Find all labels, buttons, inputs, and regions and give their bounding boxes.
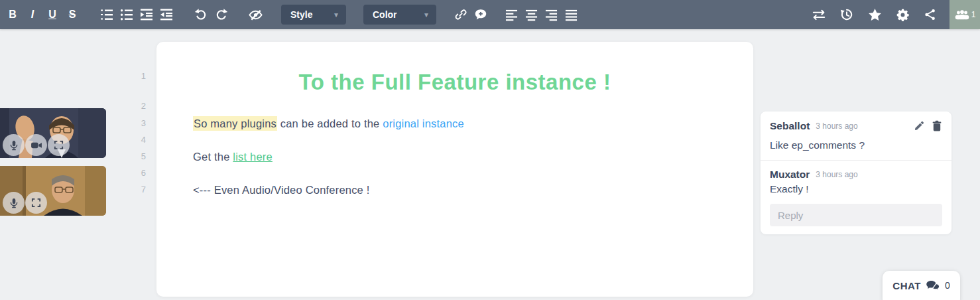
import-export-button[interactable]	[810, 5, 827, 24]
color-dropdown[interactable]: Color ▼	[363, 5, 436, 25]
style-dropdown[interactable]: Style ▼	[281, 5, 346, 25]
chevron-down-icon: ▼	[333, 11, 339, 19]
outdent-icon	[160, 8, 173, 21]
camera-button[interactable]	[25, 134, 47, 156]
strikethrough-button[interactable]: S	[64, 5, 81, 24]
users-online-button[interactable]: 1	[949, 0, 980, 29]
trash-icon	[932, 120, 942, 132]
video-2-controls	[3, 192, 47, 214]
share-button[interactable]	[922, 5, 939, 24]
indent-button[interactable]	[138, 5, 155, 24]
list-here-link[interactable]: list here	[233, 151, 273, 163]
chevron-down-icon: ▼	[423, 11, 430, 19]
users-icon	[954, 9, 970, 21]
video-participant-1[interactable]	[0, 108, 106, 158]
align-center-icon	[525, 9, 538, 21]
ordered-list-button[interactable]	[98, 5, 115, 24]
chat-bubbles-icon	[926, 279, 940, 292]
favorite-button[interactable]	[866, 5, 883, 24]
import-export-icon	[811, 8, 827, 21]
line-number: 1	[126, 71, 146, 81]
outdent-button[interactable]	[158, 5, 175, 24]
microphone-icon	[8, 139, 20, 151]
insert-link-button[interactable]	[452, 5, 469, 24]
microphone-icon	[8, 197, 20, 209]
fullscreen-button[interactable]	[25, 192, 47, 214]
chat-label: CHAT	[892, 280, 921, 291]
add-comment-button[interactable]	[472, 5, 489, 24]
pad-paragraph-3: <--- Even Audio/Video Conference !	[193, 184, 370, 196]
microphone-button[interactable]	[3, 192, 25, 214]
history-button[interactable]	[838, 5, 855, 24]
comment-reply-header: Muxator 3 hours ago	[770, 169, 942, 181]
gear-icon	[896, 8, 910, 22]
style-dropdown-value: Style	[290, 9, 312, 20]
line-number: 4	[126, 135, 146, 145]
underline-button[interactable]: U	[44, 5, 61, 24]
italic-icon: I	[31, 9, 34, 20]
comment-author: Seballot	[770, 120, 810, 132]
eye-off-icon	[248, 7, 263, 23]
camera-icon	[30, 139, 43, 152]
delete-comment-button[interactable]	[932, 120, 942, 132]
chat-button[interactable]: CHAT 0	[883, 271, 960, 300]
comment-actions	[914, 120, 942, 132]
align-left-button[interactable]	[503, 5, 520, 24]
redo-button[interactable]	[212, 5, 229, 24]
fullscreen-button[interactable]	[48, 134, 70, 156]
video-participant-2[interactable]	[0, 166, 106, 216]
redo-icon	[214, 8, 228, 22]
line-number: 7	[126, 185, 146, 194]
chat-count: 0	[945, 280, 950, 291]
ordered-list-icon	[100, 8, 113, 21]
comment-plus-icon	[473, 7, 488, 22]
pad-paragraph-2: Get the list here	[193, 151, 273, 163]
history-clock-icon	[839, 7, 854, 22]
share-icon	[924, 8, 937, 21]
comment-timestamp: 3 hours ago	[816, 121, 857, 131]
line-number: 2	[126, 101, 146, 111]
align-center-button[interactable]	[522, 5, 540, 24]
comment-timestamp: 3 hours ago	[816, 170, 857, 179]
indent-icon	[140, 8, 153, 21]
hide-authorship-button[interactable]	[247, 5, 264, 24]
undo-button[interactable]	[192, 5, 210, 24]
microphone-button[interactable]	[3, 134, 25, 156]
link-icon	[454, 8, 467, 21]
toolbar-right-group: 1	[805, 0, 980, 29]
pad-paragraph-1: So many plugins can be added to the orig…	[193, 117, 464, 130]
paragraph-text: can be added to the	[277, 117, 383, 129]
original-instance-link[interactable]: original instance	[383, 117, 464, 129]
comment-author: Muxator	[770, 169, 810, 181]
divider	[761, 160, 951, 161]
align-right-button[interactable]	[542, 5, 560, 24]
reply-input[interactable]	[770, 204, 942, 226]
bold-icon: B	[9, 9, 17, 20]
comment-text: Like ep_comments ?	[770, 139, 942, 151]
comments-panel: Seballot 3 hours ago Like ep_comments ? …	[761, 112, 951, 234]
undo-icon	[194, 8, 208, 22]
edit-comment-button[interactable]	[914, 121, 924, 131]
align-justify-button[interactable]	[562, 5, 580, 24]
unordered-list-button[interactable]	[118, 5, 135, 24]
highlighted-text: So many plugins	[193, 116, 277, 131]
align-right-icon	[545, 9, 558, 21]
settings-button[interactable]	[894, 5, 911, 24]
fullscreen-icon	[53, 139, 64, 151]
bold-button[interactable]: B	[4, 5, 21, 24]
italic-button[interactable]: I	[24, 5, 41, 24]
video-1-controls	[3, 134, 70, 156]
line-number: 5	[126, 151, 146, 161]
toolbar: B I U S Style	[0, 0, 980, 29]
comment-text: Exactly !	[770, 183, 942, 195]
pencil-icon	[914, 121, 924, 131]
line-number: 6	[126, 168, 146, 178]
strikethrough-icon: S	[69, 9, 76, 20]
pad-heading: To the Full Feature instance !	[156, 70, 753, 95]
fullscreen-icon	[31, 197, 42, 208]
comment-header: Seballot 3 hours ago	[770, 120, 942, 132]
underline-icon: U	[48, 9, 56, 20]
align-left-icon	[505, 9, 518, 21]
pad-editor[interactable]: To the Full Feature instance ! So many p…	[156, 42, 753, 297]
users-count: 1	[971, 10, 976, 19]
